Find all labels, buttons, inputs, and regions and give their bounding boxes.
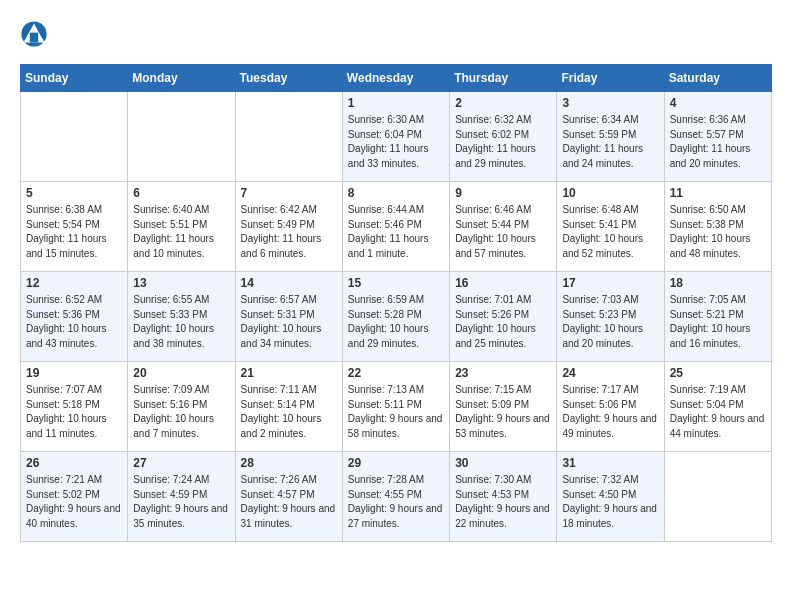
- header-day-wednesday: Wednesday: [342, 65, 449, 92]
- day-number: 12: [26, 276, 122, 290]
- header-day-tuesday: Tuesday: [235, 65, 342, 92]
- calendar-cell: 24Sunrise: 7:17 AMSunset: 5:06 PMDayligh…: [557, 362, 664, 452]
- day-info: Sunrise: 6:32 AMSunset: 6:02 PMDaylight:…: [455, 113, 551, 171]
- day-info: Sunrise: 7:03 AMSunset: 5:23 PMDaylight:…: [562, 293, 658, 351]
- calendar-cell: 20Sunrise: 7:09 AMSunset: 5:16 PMDayligh…: [128, 362, 235, 452]
- calendar-cell: [664, 452, 771, 542]
- day-number: 2: [455, 96, 551, 110]
- day-number: 26: [26, 456, 122, 470]
- day-number: 7: [241, 186, 337, 200]
- day-number: 17: [562, 276, 658, 290]
- week-row-2: 5Sunrise: 6:38 AMSunset: 5:54 PMDaylight…: [21, 182, 772, 272]
- calendar-cell: 9Sunrise: 6:46 AMSunset: 5:44 PMDaylight…: [450, 182, 557, 272]
- calendar-cell: 1Sunrise: 6:30 AMSunset: 6:04 PMDaylight…: [342, 92, 449, 182]
- calendar-cell: 19Sunrise: 7:07 AMSunset: 5:18 PMDayligh…: [21, 362, 128, 452]
- day-number: 10: [562, 186, 658, 200]
- day-info: Sunrise: 7:17 AMSunset: 5:06 PMDaylight:…: [562, 383, 658, 441]
- calendar-cell: 10Sunrise: 6:48 AMSunset: 5:41 PMDayligh…: [557, 182, 664, 272]
- calendar-cell: 29Sunrise: 7:28 AMSunset: 4:55 PMDayligh…: [342, 452, 449, 542]
- calendar-cell: 21Sunrise: 7:11 AMSunset: 5:14 PMDayligh…: [235, 362, 342, 452]
- day-info: Sunrise: 7:26 AMSunset: 4:57 PMDaylight:…: [241, 473, 337, 531]
- day-info: Sunrise: 6:48 AMSunset: 5:41 PMDaylight:…: [562, 203, 658, 261]
- calendar-cell: 16Sunrise: 7:01 AMSunset: 5:26 PMDayligh…: [450, 272, 557, 362]
- calendar-cell: 18Sunrise: 7:05 AMSunset: 5:21 PMDayligh…: [664, 272, 771, 362]
- day-number: 22: [348, 366, 444, 380]
- day-number: 19: [26, 366, 122, 380]
- day-info: Sunrise: 6:59 AMSunset: 5:28 PMDaylight:…: [348, 293, 444, 351]
- day-info: Sunrise: 7:05 AMSunset: 5:21 PMDaylight:…: [670, 293, 766, 351]
- calendar-cell: 26Sunrise: 7:21 AMSunset: 5:02 PMDayligh…: [21, 452, 128, 542]
- day-info: Sunrise: 7:11 AMSunset: 5:14 PMDaylight:…: [241, 383, 337, 441]
- week-row-5: 26Sunrise: 7:21 AMSunset: 5:02 PMDayligh…: [21, 452, 772, 542]
- day-info: Sunrise: 6:52 AMSunset: 5:36 PMDaylight:…: [26, 293, 122, 351]
- day-info: Sunrise: 6:57 AMSunset: 5:31 PMDaylight:…: [241, 293, 337, 351]
- calendar-cell: 27Sunrise: 7:24 AMSunset: 4:59 PMDayligh…: [128, 452, 235, 542]
- logo-icon: [20, 20, 48, 48]
- day-info: Sunrise: 7:21 AMSunset: 5:02 PMDaylight:…: [26, 473, 122, 531]
- logo: [20, 20, 52, 48]
- day-info: Sunrise: 6:30 AMSunset: 6:04 PMDaylight:…: [348, 113, 444, 171]
- day-info: Sunrise: 6:50 AMSunset: 5:38 PMDaylight:…: [670, 203, 766, 261]
- day-number: 30: [455, 456, 551, 470]
- calendar-cell: [128, 92, 235, 182]
- day-number: 20: [133, 366, 229, 380]
- calendar-table: SundayMondayTuesdayWednesdayThursdayFrid…: [20, 64, 772, 542]
- header-day-monday: Monday: [128, 65, 235, 92]
- day-number: 4: [670, 96, 766, 110]
- calendar-cell: 30Sunrise: 7:30 AMSunset: 4:53 PMDayligh…: [450, 452, 557, 542]
- calendar-cell: 22Sunrise: 7:13 AMSunset: 5:11 PMDayligh…: [342, 362, 449, 452]
- header-day-thursday: Thursday: [450, 65, 557, 92]
- header-day-sunday: Sunday: [21, 65, 128, 92]
- header-day-saturday: Saturday: [664, 65, 771, 92]
- day-number: 31: [562, 456, 658, 470]
- day-number: 11: [670, 186, 766, 200]
- calendar-cell: 11Sunrise: 6:50 AMSunset: 5:38 PMDayligh…: [664, 182, 771, 272]
- calendar-cell: 14Sunrise: 6:57 AMSunset: 5:31 PMDayligh…: [235, 272, 342, 362]
- header-day-friday: Friday: [557, 65, 664, 92]
- day-number: 21: [241, 366, 337, 380]
- page-header: [20, 20, 772, 48]
- calendar-cell: 23Sunrise: 7:15 AMSunset: 5:09 PMDayligh…: [450, 362, 557, 452]
- day-info: Sunrise: 7:28 AMSunset: 4:55 PMDaylight:…: [348, 473, 444, 531]
- calendar-cell: 4Sunrise: 6:36 AMSunset: 5:57 PMDaylight…: [664, 92, 771, 182]
- calendar-cell: 28Sunrise: 7:26 AMSunset: 4:57 PMDayligh…: [235, 452, 342, 542]
- svg-rect-2: [30, 33, 38, 43]
- calendar-cell: 15Sunrise: 6:59 AMSunset: 5:28 PMDayligh…: [342, 272, 449, 362]
- day-info: Sunrise: 7:19 AMSunset: 5:04 PMDaylight:…: [670, 383, 766, 441]
- day-info: Sunrise: 6:42 AMSunset: 5:49 PMDaylight:…: [241, 203, 337, 261]
- day-info: Sunrise: 7:32 AMSunset: 4:50 PMDaylight:…: [562, 473, 658, 531]
- calendar-cell: 17Sunrise: 7:03 AMSunset: 5:23 PMDayligh…: [557, 272, 664, 362]
- week-row-4: 19Sunrise: 7:07 AMSunset: 5:18 PMDayligh…: [21, 362, 772, 452]
- day-info: Sunrise: 7:24 AMSunset: 4:59 PMDaylight:…: [133, 473, 229, 531]
- day-number: 3: [562, 96, 658, 110]
- day-info: Sunrise: 6:36 AMSunset: 5:57 PMDaylight:…: [670, 113, 766, 171]
- calendar-cell: 5Sunrise: 6:38 AMSunset: 5:54 PMDaylight…: [21, 182, 128, 272]
- week-row-1: 1Sunrise: 6:30 AMSunset: 6:04 PMDaylight…: [21, 92, 772, 182]
- day-number: 1: [348, 96, 444, 110]
- day-info: Sunrise: 6:44 AMSunset: 5:46 PMDaylight:…: [348, 203, 444, 261]
- day-number: 24: [562, 366, 658, 380]
- calendar-cell: 2Sunrise: 6:32 AMSunset: 6:02 PMDaylight…: [450, 92, 557, 182]
- day-number: 8: [348, 186, 444, 200]
- day-number: 29: [348, 456, 444, 470]
- day-number: 16: [455, 276, 551, 290]
- calendar-cell: 12Sunrise: 6:52 AMSunset: 5:36 PMDayligh…: [21, 272, 128, 362]
- day-number: 25: [670, 366, 766, 380]
- day-info: Sunrise: 6:46 AMSunset: 5:44 PMDaylight:…: [455, 203, 551, 261]
- calendar-cell: 3Sunrise: 6:34 AMSunset: 5:59 PMDaylight…: [557, 92, 664, 182]
- calendar-cell: 6Sunrise: 6:40 AMSunset: 5:51 PMDaylight…: [128, 182, 235, 272]
- day-number: 15: [348, 276, 444, 290]
- day-info: Sunrise: 6:38 AMSunset: 5:54 PMDaylight:…: [26, 203, 122, 261]
- week-row-3: 12Sunrise: 6:52 AMSunset: 5:36 PMDayligh…: [21, 272, 772, 362]
- calendar-cell: 25Sunrise: 7:19 AMSunset: 5:04 PMDayligh…: [664, 362, 771, 452]
- calendar-cell: 8Sunrise: 6:44 AMSunset: 5:46 PMDaylight…: [342, 182, 449, 272]
- day-info: Sunrise: 7:01 AMSunset: 5:26 PMDaylight:…: [455, 293, 551, 351]
- day-number: 5: [26, 186, 122, 200]
- day-number: 9: [455, 186, 551, 200]
- day-info: Sunrise: 7:07 AMSunset: 5:18 PMDaylight:…: [26, 383, 122, 441]
- day-info: Sunrise: 7:09 AMSunset: 5:16 PMDaylight:…: [133, 383, 229, 441]
- day-info: Sunrise: 6:34 AMSunset: 5:59 PMDaylight:…: [562, 113, 658, 171]
- header-row: SundayMondayTuesdayWednesdayThursdayFrid…: [21, 65, 772, 92]
- day-number: 28: [241, 456, 337, 470]
- day-info: Sunrise: 6:40 AMSunset: 5:51 PMDaylight:…: [133, 203, 229, 261]
